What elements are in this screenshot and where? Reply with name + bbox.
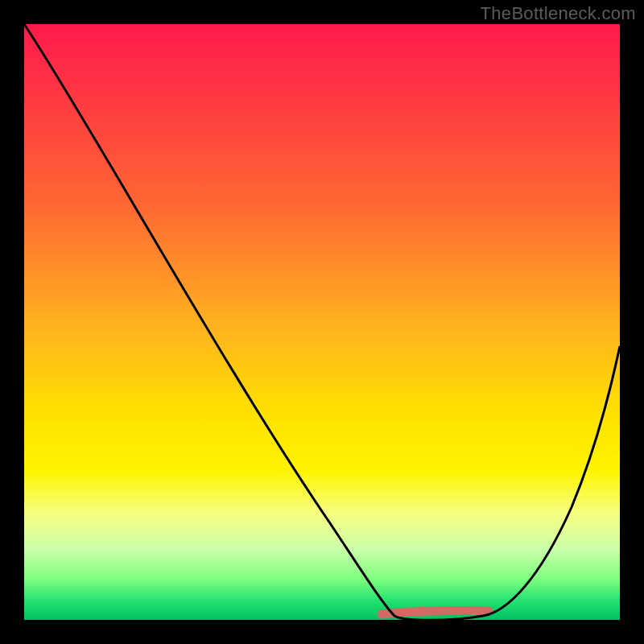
- curve-svg: [24, 24, 620, 620]
- plot-area: [24, 24, 620, 620]
- watermark-text: TheBottleneck.com: [481, 3, 636, 24]
- bottleneck-curve: [24, 24, 620, 620]
- bridge-highlight: [382, 611, 489, 615]
- chart-frame: TheBottleneck.com: [0, 0, 644, 644]
